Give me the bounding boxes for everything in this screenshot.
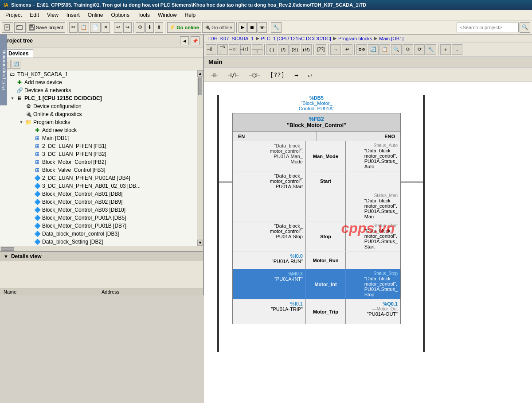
breadcrumb-item-2[interactable]: Program blocks <box>338 36 372 41</box>
lad-set-btn[interactable]: (S) <box>289 44 300 55</box>
lad-extra-2[interactable]: 🔄 <box>368 44 379 55</box>
breadcrumb-item-1[interactable]: PLC_1 [CPU 1215C DC/DC/DC] <box>261 36 331 41</box>
menu-project[interactable]: Project <box>2 11 25 19</box>
lad-extra-4[interactable]: 🔍 <box>391 44 402 55</box>
lad-sym-hbranch[interactable]: → <box>291 70 301 80</box>
lad-tool-2[interactable]: ⊣/⊢ <box>217 44 228 55</box>
lad-zoom-in[interactable]: + <box>440 44 451 55</box>
lad-sep-4 <box>354 44 355 55</box>
settings-button[interactable]: 🔧 <box>271 22 282 33</box>
ladder-diagram-area[interactable]: cpps.vn %DB5 "Block_Motor_ Control_PU01A… <box>204 82 532 403</box>
lad-extra-6[interactable]: ⟳ <box>414 44 425 55</box>
details-view-title: Details view <box>11 253 42 260</box>
go-online-button[interactable]: ⚡ Go online <box>167 22 201 33</box>
lad-extra-7[interactable]: 🔧 <box>426 44 436 55</box>
undo-button[interactable]: ↩ <box>114 22 122 33</box>
lad-sym-vbranch[interactable]: ↵ <box>305 70 315 80</box>
tree-node-15[interactable]: 🔷 3_DC_LUAN_PHIEN_AB01_02_03 [DB... <box>0 182 197 190</box>
tree-scrollbar[interactable]: ▲ ▼ <box>197 70 203 246</box>
tree-node-4[interactable]: ▼ 🖥 PLC_1 [CPU 1215C DC/DC/DC] <box>0 94 197 102</box>
menu-insert[interactable]: Insert <box>63 11 83 19</box>
menu-view[interactable]: View <box>43 11 62 19</box>
menu-edit[interactable]: Edit <box>26 11 43 19</box>
upload-button[interactable]: ⬆ <box>155 22 163 33</box>
lad-hconn-btn[interactable]: → <box>330 44 341 55</box>
tree-node-20[interactable]: 🔷 Block_Motor_Control_PU01B [DB7] <box>0 222 197 230</box>
pin-tree-button[interactable]: 📌 <box>191 36 200 45</box>
tree-node-11[interactable]: ⊞ 3_DC_LUAN_PHIEN [FB2] <box>0 150 197 158</box>
stop-button[interactable]: ⏹ <box>247 22 257 33</box>
tree-node-22[interactable]: 🔷 Data_block_Setting [DB2] <box>0 238 197 246</box>
collapse-tree-button[interactable]: ◄ <box>180 36 189 45</box>
tree-node-14[interactable]: 🔷 2_DC_LUAN_PHIEN_PU01AB [DB4] <box>0 174 197 182</box>
tree-node-17[interactable]: 🔷 Block_Motor_Control_AB02 [DB9] <box>0 198 197 206</box>
monitor-button[interactable]: 👁 <box>258 22 267 33</box>
pin-name-1: Man_Mode <box>306 141 346 171</box>
pin-right-2 <box>346 171 400 191</box>
lad-tool-4[interactable]: ⊣↑⊢ <box>240 44 251 55</box>
cut-button[interactable]: ✂ <box>69 22 78 33</box>
scroll-down-arrow[interactable]: ▼ <box>197 240 203 246</box>
copy-button[interactable]: 📋 <box>78 22 89 33</box>
tree-node-3[interactable]: 🔗 Devices & networks <box>0 86 197 94</box>
menu-tools[interactable]: Tools <box>134 11 153 19</box>
lad-tool-5[interactable]: ─┬─ <box>252 44 262 55</box>
menu-options[interactable]: Options <box>108 11 133 19</box>
lad-sym-ndet[interactable]: [??] <box>266 70 288 80</box>
devices-tab[interactable]: Devices <box>4 49 33 58</box>
start-button[interactable]: ▶ <box>239 22 246 33</box>
paste-button[interactable]: 📄 <box>90 22 101 33</box>
tree-node-10[interactable]: ⊞ 2_DC_LUAN_PHIEN [FB1] <box>0 142 197 150</box>
compile-button[interactable]: ⚙ <box>136 22 145 33</box>
lad-extra-5[interactable]: ⟳ <box>403 44 413 55</box>
new-project-button[interactable] <box>2 22 13 33</box>
tree-btn-2[interactable]: 🔄 <box>12 60 20 69</box>
search-button[interactable]: 🔍 <box>520 22 530 33</box>
lad-vconn-btn[interactable]: ↵ <box>342 44 352 55</box>
lad-tool-3[interactable]: ⊣○⊢ <box>229 44 239 55</box>
details-collapse-icon[interactable]: ▼ <box>4 254 8 259</box>
go-offline-button[interactable]: 🔌 Go offline <box>202 22 235 33</box>
lad-sym-nc[interactable]: ⊣/⊢ <box>225 70 242 80</box>
download-button[interactable]: ⬇ <box>145 22 154 33</box>
lad-reset-btn[interactable]: (R) <box>301 44 312 55</box>
lad-zoom-out[interactable]: - <box>452 44 462 55</box>
scroll-up-arrow[interactable]: ▲ <box>197 70 203 77</box>
tree-node-5[interactable]: ⚙ Device configuration <box>0 102 197 110</box>
tree-node-7[interactable]: ▼ 📁 Program blocks <box>0 118 197 126</box>
lad-sym-no[interactable]: ⊣⊢ <box>207 70 221 80</box>
lad-extra-3[interactable]: 📋 <box>379 44 390 55</box>
breadcrumb-item-0[interactable]: TDH_K07_SCADA_1 <box>207 36 254 41</box>
lad-sym-pos[interactable]: ⊣○⊢ <box>246 70 263 80</box>
tree-node-9[interactable]: ⊞ Main [OB1] <box>0 134 197 142</box>
breadcrumb-item-3[interactable]: Main [OB1] <box>379 36 403 41</box>
tree-node-1[interactable]: ▼ 🗂 TDH_K07_SCADA_1 <box>0 70 197 78</box>
tree-node-2[interactable]: ✚ Add new device <box>0 78 197 86</box>
tree-node-19[interactable]: 🔷 Block_Motor_Control_PU01A [DB5] <box>0 214 197 222</box>
expand-7[interactable]: ▼ <box>18 119 25 126</box>
scroll-thumb[interactable] <box>198 78 202 95</box>
open-project-button[interactable] <box>14 22 26 33</box>
tree-node-13[interactable]: ⊞ Block_Valve_Control [FB3] <box>0 166 197 174</box>
search-input[interactable] <box>457 23 519 32</box>
lad-tool-1[interactable]: ⊣⊢ <box>206 44 216 55</box>
delete-button[interactable]: ✕ <box>102 22 110 33</box>
tree-node-18[interactable]: 🔷 Block_Motor_Control_AB03 [DB10] <box>0 206 197 214</box>
tree-node-21[interactable]: 🔷 Data_block_motor_control [DB3] <box>0 230 197 238</box>
lad-extra-1[interactable]: ⚙⚙ <box>356 44 367 55</box>
tree-node-12[interactable]: ⊞ Block_Motor_Control [FB2] <box>0 158 197 166</box>
menu-window[interactable]: Window <box>154 11 180 19</box>
menu-online[interactable]: Online <box>84 11 107 19</box>
lad-coil-1[interactable]: ( ) <box>266 44 277 55</box>
lad-fb-btn[interactable]: [??] <box>316 44 326 55</box>
redo-button[interactable]: ↪ <box>123 22 132 33</box>
expand-4[interactable]: ▼ <box>9 95 16 102</box>
save-project-button[interactable]: Save project <box>27 22 65 33</box>
tree-hscroll[interactable] <box>0 246 203 251</box>
tree-node-6[interactable]: 🔌 Online & diagnostics <box>0 110 197 118</box>
details-view-header[interactable]: ▼ Details view <box>0 252 203 261</box>
tree-node-16[interactable]: 🔷 Block_Motor_Control_AB01 [DB8] <box>0 190 197 198</box>
tree-node-8[interactable]: ✚ Add new block <box>0 126 197 134</box>
lad-coil-2[interactable]: (/) <box>278 44 289 55</box>
menu-help[interactable]: Help <box>181 11 200 19</box>
